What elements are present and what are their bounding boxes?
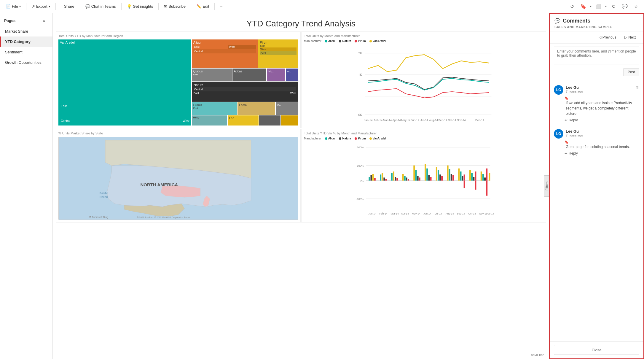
- svg-rect-48: [408, 179, 409, 181]
- report-title: YTD Category Trend Analysis: [53, 13, 549, 31]
- filters-handle[interactable]: Filters: [544, 175, 549, 197]
- svg-rect-58: [438, 170, 439, 181]
- svg-text:Sep-14: Sep-14: [457, 212, 465, 215]
- reply-button-2[interactable]: ↩ Reply: [565, 151, 578, 156]
- svg-rect-61: [447, 166, 449, 181]
- svg-rect-68: [464, 174, 465, 180]
- svg-text:Jun-14: Jun-14: [423, 212, 431, 215]
- svg-rect-51: [417, 176, 419, 180]
- comments-icon: 💬: [554, 18, 560, 24]
- svg-rect-72: [475, 171, 476, 181]
- svg-text:© 2022 TomTom. © 2022 Microsof: © 2022 TomTom. © 2022 Microsoft Corporat…: [137, 216, 190, 219]
- comments-footer: Close: [550, 341, 643, 358]
- svg-rect-57: [436, 167, 437, 181]
- svg-text:Apr-14: Apr-14: [393, 119, 401, 122]
- chart4-title: Total Units YTD Var % by Month and Manuf…: [304, 131, 543, 135]
- svg-text:Feb-14: Feb-14: [380, 212, 388, 215]
- file-button[interactable]: 📄 File ▾: [4, 3, 23, 10]
- subscribe-button[interactable]: ✉ Subscribe: [162, 3, 188, 10]
- separator2: [55, 3, 56, 10]
- edit-button[interactable]: ✏️ Edit: [194, 3, 211, 10]
- svg-text:Apr-14: Apr-14: [401, 212, 409, 215]
- separator3: [80, 3, 80, 10]
- comments-panel: 💬 Comments SALES AND MARKETING SAMPLE ◁ …: [549, 13, 644, 359]
- comment2-info: Lee Gu 7 hours ago: [566, 129, 639, 137]
- obvience-label: obviEnce: [531, 353, 544, 357]
- bookmark-button[interactable]: 🔖: [579, 2, 588, 11]
- map-visual: NORTH AMERICA Pacific Ocean 🗺 Microsoft …: [58, 137, 298, 220]
- previous-button[interactable]: ◁ Previous: [596, 34, 619, 41]
- comment-button[interactable]: 💬: [620, 2, 629, 11]
- legend-pirum: Pirum: [355, 39, 366, 43]
- tm-bar: Bar...: [276, 102, 298, 115]
- undo-button[interactable]: ↺: [568, 2, 576, 11]
- svg-rect-69: [469, 170, 471, 181]
- next-button[interactable]: ▷ Next: [621, 34, 639, 41]
- chart3-title: % Units Market Share by State: [58, 131, 298, 135]
- more-button[interactable]: ···: [218, 3, 226, 10]
- comment-item-1: LG Lee Gu 7 hours ago 🗑 🔖 If we add all …: [550, 82, 643, 126]
- toolbar: 📄 File ▾ ↗ Export ▾ ↑ Share 💬 Chat in Te…: [0, 0, 644, 13]
- svg-rect-49: [413, 166, 415, 181]
- svg-text:100%: 100%: [357, 164, 364, 167]
- svg-rect-66: [460, 171, 461, 181]
- separator6: [191, 3, 191, 10]
- insights-button[interactable]: 💡 Get insights: [125, 3, 156, 10]
- sidebar-collapse-button[interactable]: «: [39, 16, 48, 25]
- chat-teams-button[interactable]: 💬 Chat in Teams: [83, 3, 118, 10]
- chart-bar: Total Units YTD Var % by Month and Manuf…: [301, 129, 546, 223]
- sidebar-item-sentiment[interactable]: Sentiment: [0, 47, 52, 57]
- reply-button-1[interactable]: ↩ Reply: [565, 117, 578, 123]
- comment2-author: Lee Gu: [566, 129, 639, 134]
- chart-line: Total Units by Month and Manufacturer Ma…: [301, 31, 546, 128]
- view-button[interactable]: ⬜: [594, 2, 603, 11]
- chart-treemap: Total Units YTD by Manufacturer and Regi…: [56, 31, 301, 128]
- svg-rect-41: [391, 173, 393, 181]
- svg-text:0%: 0%: [360, 180, 364, 182]
- svg-rect-67: [462, 176, 463, 180]
- reply-icon-2: ↩: [565, 151, 568, 155]
- svg-rect-65: [458, 169, 460, 181]
- svg-rect-76: [486, 169, 487, 181]
- content-area: YTD Category Trend Analysis Filters Tota…: [53, 13, 644, 359]
- separator7: [214, 3, 215, 10]
- svg-text:Jul-14: Jul-14: [435, 212, 442, 215]
- sidebar-item-growth-opportunities[interactable]: Growth Opportunities: [0, 57, 52, 68]
- bookmark-icon-1: 🔖: [565, 96, 639, 100]
- next-icon: ▷: [624, 35, 627, 39]
- svg-rect-43: [395, 177, 396, 180]
- chart-map: % Units Market Share by State: [56, 129, 301, 223]
- legend2-pirum: Pirum: [355, 137, 366, 140]
- toolbar-left: 📄 File ▾ ↗ Export ▾ ↑ Share 💬 Chat in Te…: [4, 3, 568, 10]
- legend2-vanarsdel: VanArsdel: [369, 137, 386, 140]
- reply-icon-1: ↩: [565, 118, 568, 122]
- sidebar-item-market-share[interactable]: Market Share: [0, 26, 52, 36]
- svg-rect-50: [415, 170, 417, 181]
- comment-input[interactable]: [554, 47, 639, 64]
- line-chart-svg: 2K 1K 0K Jan-14 Feb-14: [304, 44, 543, 124]
- tm-natura: Natura Central East West: [192, 82, 298, 102]
- svg-rect-71: [473, 177, 474, 180]
- svg-text:Ocean: Ocean: [100, 195, 108, 198]
- svg-text:Feb-14: Feb-14: [374, 119, 383, 122]
- svg-rect-78: [464, 181, 465, 188]
- comments-title-row: 💬 Comments: [554, 18, 639, 24]
- tm-abbas: Abbas: [232, 69, 266, 81]
- sidebar-item-ytd-category[interactable]: YTD Category: [0, 36, 52, 47]
- refresh-button[interactable]: ↻: [609, 2, 618, 11]
- svg-text:1K: 1K: [358, 73, 362, 77]
- post-button[interactable]: Post: [623, 68, 639, 76]
- favorite-button[interactable]: ☆: [632, 2, 640, 11]
- file-chevron-icon: ▾: [19, 5, 21, 8]
- tm-currus: Currus East: [192, 102, 237, 115]
- comment1-info: Lee Gu 7 hours ago: [566, 85, 633, 93]
- export-chevron-icon: ▾: [49, 5, 50, 8]
- export-button[interactable]: ↗ Export ▾: [29, 3, 52, 10]
- svg-text:NORTH AMERICA: NORTH AMERICA: [141, 182, 178, 187]
- share-button[interactable]: ↑ Share: [59, 3, 77, 10]
- delete-button-1[interactable]: 🗑: [635, 85, 639, 90]
- svg-rect-70: [471, 173, 473, 181]
- svg-text:Oct-14: Oct-14: [448, 119, 456, 122]
- close-button[interactable]: Close: [554, 345, 639, 355]
- svg-text:-100%: -100%: [356, 198, 364, 201]
